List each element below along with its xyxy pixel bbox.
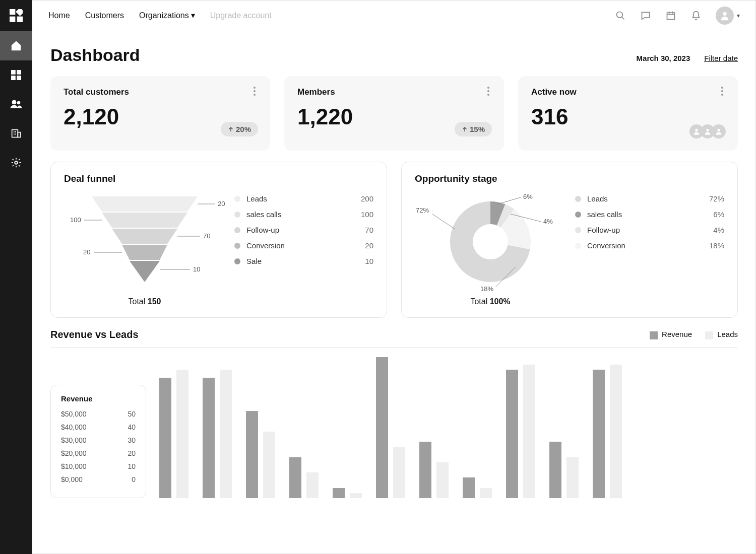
sidebar-item-settings[interactable] (0, 148, 32, 177)
legend-item: Conversion20 (234, 241, 373, 250)
search-button[interactable] (615, 10, 626, 21)
funnel-legend: Leads200 sales calls100 Follow-up70 Conv… (234, 191, 373, 265)
arrow-up-icon (462, 126, 468, 132)
sidebar-item-home[interactable] (0, 31, 32, 60)
bar-revenue (333, 488, 345, 498)
chevron-down-icon: ▾ (737, 12, 740, 19)
topnav-organizations[interactable]: Organizations▾ (139, 11, 195, 20)
svg-point-18 (15, 161, 18, 164)
page-header: Dashboard March 30, 2023 Filter date (50, 45, 738, 65)
bar-group (463, 477, 492, 498)
active-avatars (692, 124, 726, 138)
calendar-icon (666, 11, 676, 21)
panel-title: Deal funnel (64, 173, 373, 184)
axis-row: $0,0000 (61, 475, 136, 483)
current-date: March 30, 2023 (637, 54, 690, 62)
stat-delta-value: 15% (470, 125, 485, 133)
page-title: Dashboard (50, 45, 140, 65)
svg-rect-6 (11, 76, 15, 80)
funnel-total: Total 150 (64, 297, 225, 306)
funnel-chart: 200 100 70 20 10 (64, 191, 225, 292)
user-icon (719, 10, 730, 21)
bar-group (549, 442, 579, 498)
bar-leads (523, 365, 535, 498)
bar-group (246, 411, 275, 498)
svg-point-19 (617, 12, 623, 18)
legend-item: Leads (705, 330, 738, 339)
stat-delta: 20% (221, 122, 258, 136)
calendar-button[interactable] (665, 10, 676, 21)
svg-text:18%: 18% (480, 285, 493, 292)
topnav-customers[interactable]: Customers (85, 11, 124, 20)
stat-menu-button[interactable] (718, 86, 727, 96)
notifications-button[interactable] (690, 10, 702, 21)
stat-card-members: Members 1,220 15% (284, 76, 504, 151)
svg-rect-11 (18, 132, 20, 137)
stat-delta: 15% (455, 122, 492, 136)
svg-rect-10 (12, 130, 18, 137)
svg-marker-32 (122, 245, 167, 260)
bar-leads (436, 462, 449, 498)
bar-revenue (289, 457, 301, 498)
gear-icon (11, 157, 22, 168)
topnav-home[interactable]: Home (48, 11, 70, 20)
svg-point-9 (17, 101, 20, 104)
stat-menu-button[interactable] (484, 86, 493, 96)
stat-row: Total customers 2,120 20% Members 1,220 … (50, 76, 738, 151)
bar-leads (220, 370, 232, 498)
search-icon (615, 11, 625, 21)
bar-revenue (593, 370, 605, 498)
bar-group (506, 365, 535, 498)
svg-rect-4 (11, 70, 15, 74)
bar-leads (350, 493, 362, 498)
sidebar-item-organizations[interactable] (0, 119, 32, 148)
revenue-legend: Revenue Leads (650, 330, 738, 339)
bar-group (289, 457, 319, 498)
main: Dashboard March 30, 2023 Filter date Tot… (32, 31, 756, 554)
filter-date-button[interactable]: Filter date (704, 54, 738, 62)
stat-card-active-now: Active now 316 (518, 76, 738, 151)
topnav-upgrade[interactable]: Upgrade account (210, 11, 272, 20)
svg-text:6%: 6% (523, 193, 533, 200)
donut-chart: 6% 4% 18% 72% (415, 191, 566, 292)
svg-rect-2 (17, 17, 23, 22)
sidebar-item-customers[interactable] (0, 90, 32, 119)
bar-leads (610, 365, 622, 498)
bar-leads (566, 457, 579, 498)
chat-icon (641, 11, 651, 21)
legend-item: Follow-up4% (575, 226, 724, 234)
sidebar-item-dashboard[interactable] (0, 60, 32, 90)
svg-rect-1 (10, 17, 15, 22)
legend-item: Revenue (650, 330, 692, 339)
bar-revenue (246, 411, 258, 498)
axis-row: $20,00020 (61, 449, 136, 457)
svg-line-50 (432, 214, 455, 229)
bar-group (419, 442, 449, 498)
svg-point-8 (12, 100, 16, 104)
svg-rect-0 (10, 9, 15, 15)
messages-button[interactable] (640, 10, 651, 21)
svg-point-27 (706, 129, 709, 131)
svg-marker-30 (102, 213, 187, 228)
bar-revenue (376, 357, 388, 498)
bar-revenue (203, 378, 215, 498)
stat-label: Members (297, 87, 491, 97)
panel-title: Opportunity stage (415, 173, 724, 184)
panel-row: Deal funnel 200 100 70 20 10 (50, 162, 738, 318)
svg-point-28 (717, 129, 720, 131)
opportunity-legend: Leads72% sales calls6% Follow-up4% Conve… (575, 191, 724, 250)
bar-group (376, 357, 405, 498)
svg-rect-3 (16, 9, 23, 16)
panel-revenue-vs-leads: Revenue vs Leads Revenue Leads Revenue $… (50, 329, 738, 498)
svg-text:4%: 4% (543, 218, 553, 225)
axis-row: $10,00010 (61, 462, 136, 470)
opportunity-total: Total 100% (415, 297, 566, 306)
legend-item: Sale10 (234, 257, 373, 265)
panel-deal-funnel: Deal funnel 200 100 70 20 10 (50, 162, 387, 318)
stat-card-total-customers: Total customers 2,120 20% (50, 76, 270, 151)
axis-row: $30,00030 (61, 436, 136, 444)
topbar: Home Customers Organizations▾ Upgrade ac… (32, 0, 756, 31)
profile-menu[interactable]: ▾ (716, 7, 740, 25)
bar-revenue (506, 370, 518, 498)
stat-menu-button[interactable] (250, 86, 259, 96)
